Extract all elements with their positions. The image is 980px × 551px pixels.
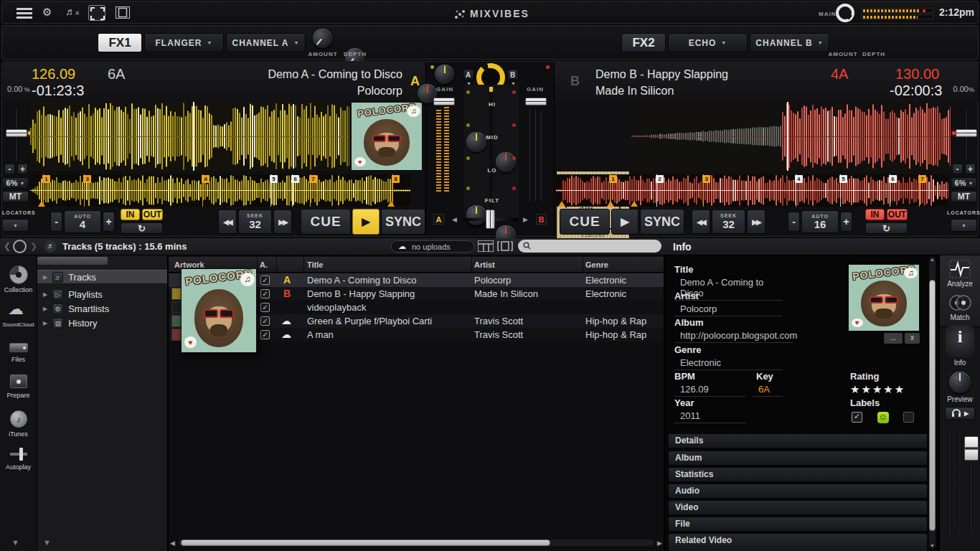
expand-icon[interactable]: ▶ (43, 274, 47, 281)
analyzed-checkbox[interactable]: ✓ (260, 276, 270, 285)
deck-a-overview-waveform[interactable]: 1345678 (30, 174, 410, 207)
main-volume-knob[interactable] (836, 4, 854, 22)
deck-b-seek-length[interactable]: SEEK 32 (712, 209, 745, 234)
deck-b-overview-waveform[interactable]: 1234567 (556, 174, 948, 207)
match-icon[interactable] (948, 294, 971, 314)
tree-scroll-up[interactable] (37, 257, 108, 265)
deck-b-sync-button[interactable]: SYNC (640, 209, 684, 235)
uploads-status-button[interactable]: ☁ no uploads (391, 240, 474, 253)
booth-fader-handle[interactable] (964, 436, 979, 461)
tree-item-tracks[interactable]: ▶♬Tracks (37, 270, 167, 284)
fader-handle[interactable] (6, 129, 27, 137)
itunes-icon[interactable]: ♪ (10, 410, 27, 428)
deck-b-loop-minus-button[interactable]: - (788, 212, 800, 232)
fx2-toggle-button[interactable]: FX2 (621, 33, 666, 52)
eq-hi-a-knob[interactable] (466, 132, 486, 152)
deck-a-cue-button[interactable]: CUE (301, 209, 351, 235)
tree-item-smartlists[interactable]: ▶⚙Smartlists (37, 301, 167, 316)
preview-knob[interactable] (949, 372, 971, 393)
monitor-fader-track[interactable] (948, 428, 951, 535)
deck-b-pitch-range-select[interactable]: 6%▼ (951, 177, 977, 189)
deck-a-waveform[interactable] (30, 102, 349, 171)
h-scroll-thumb[interactable] (181, 540, 550, 546)
gain-a-knob[interactable] (435, 65, 454, 84)
search-input[interactable] (534, 242, 656, 250)
section-related-video[interactable]: Related Video (669, 534, 927, 551)
info-genre-value[interactable]: Electronic (674, 357, 782, 370)
fx2-channel-select[interactable]: CHANNEL B▼ (750, 33, 829, 52)
analyze-icon[interactable] (949, 260, 971, 281)
prepare-icon[interactable] (10, 375, 27, 388)
tree-item-history[interactable]: ▶▤History (37, 316, 167, 330)
section-video[interactable]: Video (669, 501, 927, 514)
settings-gear-icon[interactable]: ⚙ (42, 6, 52, 19)
deck-a-loop-minus-button[interactable]: - (50, 212, 62, 232)
autoplay-icon[interactable] (10, 448, 27, 461)
deck-a-autoloop-button[interactable]: AUTO 4 (64, 210, 101, 233)
col-title[interactable]: Title (307, 257, 323, 273)
artwork-preview-overlay[interactable]: POLOCORP ♫ ♥ (181, 268, 257, 353)
section-details[interactable]: Details (669, 434, 927, 448)
crossfader-handle[interactable] (486, 209, 495, 229)
section-statistics[interactable]: Statistics (669, 468, 927, 481)
artwork-remove-button[interactable]: x (905, 333, 920, 344)
info-bpm-value[interactable]: 126.09 (674, 383, 746, 397)
scroll-up-icon[interactable]: ▲ (930, 257, 935, 262)
analyzed-checkbox[interactable]: ✓ (260, 316, 270, 326)
info-tool-selected[interactable]: i (946, 326, 974, 357)
scroll-right-icon[interactable]: ▶ (657, 540, 662, 547)
mixer-source-b-select[interactable]: B (507, 69, 519, 80)
info-artist-value[interactable]: Polocorp (674, 303, 782, 316)
expand-icon[interactable]: ▶ (43, 291, 47, 298)
deck-a-play-button[interactable]: ▶ (352, 209, 380, 235)
deck-b-loop-plus-button[interactable]: + (840, 212, 852, 232)
deck-b-loop-out-button[interactable]: OUT (887, 209, 908, 220)
menu-icon[interactable] (17, 8, 32, 19)
tree-scroll-down-icon[interactable]: ▼ (43, 538, 51, 547)
deck-b-pitch-plus-button[interactable]: + (965, 164, 976, 174)
music-library-icon[interactable]: ♬≡ (65, 6, 79, 17)
video-mode-icon[interactable] (116, 6, 130, 19)
volume-fader-b[interactable] (525, 98, 547, 105)
deck-b-pitch-fader[interactable] (954, 108, 979, 161)
deck-b-master-tempo-button[interactable]: MT (951, 191, 977, 202)
deck-a-pitch-plus-button[interactable]: + (17, 164, 28, 174)
table-h-scrollbar[interactable]: ◀ ▶ (170, 538, 662, 547)
deck-b-pitch-minus-button[interactable]: - (952, 164, 963, 174)
crossfader-right-arrow[interactable]: ▶ (523, 216, 528, 223)
fx1-toggle-button[interactable]: FX1 (98, 33, 142, 52)
monitor-fader-track[interactable] (958, 428, 961, 535)
analyzed-checkbox[interactable]: ✓ (260, 330, 270, 339)
panel-view-icon[interactable] (497, 240, 513, 255)
files-icon[interactable] (9, 343, 28, 352)
mixer-source-a-select[interactable]: A (463, 69, 474, 80)
deck-b-loop-in-button[interactable]: IN (865, 209, 885, 220)
deck-a-loop-toggle-button[interactable]: ↻ (121, 222, 163, 234)
deck-b-autoloop-button[interactable]: AUTO 16 (801, 210, 839, 233)
fx1-channel-select[interactable]: CHANNEL A▼ (226, 33, 306, 52)
fader-handle[interactable] (956, 129, 977, 137)
section-file[interactable]: File (669, 517, 927, 531)
section-audio[interactable]: Audio (669, 484, 927, 498)
deck-a-seek-back-button[interactable]: ◀◀ (218, 209, 237, 234)
info-year-value[interactable]: 2011 (674, 410, 746, 423)
compass-icon[interactable] (12, 239, 27, 257)
label-checkbox-checked[interactable]: ✓ (852, 412, 862, 423)
expand-icon[interactable]: ▶ (43, 320, 47, 326)
deck-b-play-button[interactable]: ▶ (611, 209, 639, 235)
tree-item-playlists[interactable]: ▶▷Playlists (37, 287, 167, 301)
deck-b-seek-forward-button[interactable]: ▶▶ (747, 209, 765, 234)
headphone-cue-button[interactable]: ▶ (945, 407, 975, 420)
deck-a-sync-button[interactable]: SYNC (381, 209, 425, 235)
scroll-left-icon[interactable]: ◀ (170, 540, 175, 547)
deck-a-pitch-minus-button[interactable]: - (4, 164, 15, 174)
eq-mid-a-knob[interactable] (466, 205, 486, 225)
soundcloud-icon[interactable]: ☁ (8, 300, 24, 319)
col-analyzed[interactable]: A. (260, 257, 268, 273)
deck-a-seek-forward-button[interactable]: ▶▶ (273, 209, 292, 234)
info-v-scrollbar[interactable]: ▲ ▼ (929, 257, 936, 548)
deck-a-pitch-fader[interactable] (4, 108, 29, 161)
fx1-effect-select[interactable]: FLANGER▼ (144, 33, 224, 52)
section-album[interactable]: Album (669, 451, 927, 465)
expand-icon[interactable]: ▶ (43, 306, 47, 312)
